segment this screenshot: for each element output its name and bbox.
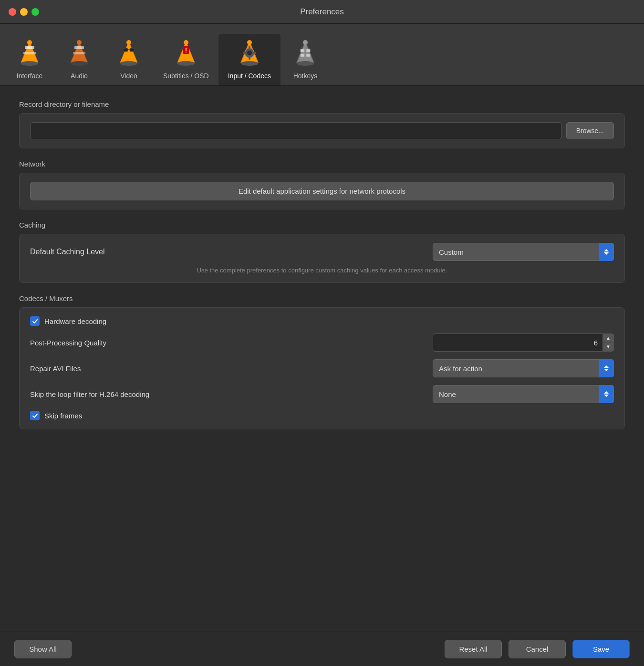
pp-quality-row: Post-Processing Quality ▲ ▼ xyxy=(30,333,614,352)
svg-point-5 xyxy=(27,40,32,45)
caching-select-wrapper: Custom Minimal Low Normal High Highest xyxy=(433,243,614,261)
default-caching-level-label: Default Caching Level xyxy=(30,248,105,256)
skip-frames-checkbox[interactable] xyxy=(30,411,40,420)
maximize-button[interactable] xyxy=(31,8,39,16)
save-button[interactable]: Save xyxy=(572,640,630,658)
hardware-decoding-checkbox-label[interactable]: Hardware decoding xyxy=(30,316,106,326)
record-directory-input[interactable] xyxy=(30,122,561,139)
repair-avi-select[interactable]: Ask for action Never Always xyxy=(433,359,614,377)
caching-section-label: Caching xyxy=(19,221,625,229)
tab-hotkeys[interactable]: Hotkeys xyxy=(280,34,330,85)
loop-filter-select[interactable]: None Non-ref Bidir Non-key All xyxy=(433,385,614,403)
tab-input-codecs-label: Input / Codecs xyxy=(228,72,271,80)
tab-interface-label: Interface xyxy=(17,72,42,80)
svg-point-10 xyxy=(77,40,82,45)
skip-frames-label: Skip frames xyxy=(44,412,82,420)
tabbar: Interface Audio Video ! xyxy=(0,24,644,86)
tab-interface[interactable]: Interface xyxy=(5,34,54,85)
window-title: Preferences xyxy=(300,7,344,17)
pp-quality-spinner: ▲ ▼ xyxy=(433,333,614,352)
close-button[interactable] xyxy=(9,8,16,16)
reset-all-button[interactable]: Reset All xyxy=(445,640,502,658)
tab-audio-label: Audio xyxy=(71,72,88,80)
svg-rect-13 xyxy=(130,48,135,52)
record-section-box: Browse... xyxy=(19,113,625,148)
skip-frames-checkbox-label[interactable]: Skip frames xyxy=(30,411,82,420)
svg-point-16 xyxy=(126,40,131,45)
skip-frames-row: Skip frames xyxy=(30,411,614,420)
pp-quality-increment[interactable]: ▲ xyxy=(603,334,613,343)
loop-filter-row: Skip the loop filter for H.264 decoding … xyxy=(30,385,614,403)
audio-icon xyxy=(64,38,94,68)
record-section: Record directory or filename Browse... xyxy=(19,100,625,148)
loop-filter-label: Skip the loop filter for H.264 decoding xyxy=(30,390,433,398)
tab-input-codecs[interactable]: Input / Codecs xyxy=(218,34,280,85)
input-codecs-icon xyxy=(234,38,265,68)
svg-point-24 xyxy=(247,51,252,55)
caching-row: Default Caching Level Custom Minimal Low… xyxy=(30,243,614,261)
repair-avi-select-wrapper: Ask for action Never Always xyxy=(433,359,614,377)
tab-audio[interactable]: Audio xyxy=(54,34,104,85)
video-icon xyxy=(114,38,144,68)
svg-rect-26 xyxy=(249,57,250,60)
svg-point-36 xyxy=(297,61,314,66)
tab-hotkeys-label: Hotkeys xyxy=(293,72,318,80)
footer-right: Reset All Cancel Save xyxy=(445,640,630,658)
network-section-box: Edit default application settings for ne… xyxy=(19,173,625,209)
show-all-button[interactable]: Show All xyxy=(14,640,72,658)
caching-section: Caching Default Caching Level Custom Min… xyxy=(19,221,625,283)
loop-filter-select-wrapper: None Non-ref Bidir Non-key All xyxy=(433,385,614,403)
svg-point-4 xyxy=(21,61,38,66)
svg-point-37 xyxy=(303,40,308,45)
caching-hint: Use the complete preferences to configur… xyxy=(30,267,614,274)
codecs-section: Codecs / Muxers Hardware decoding Post-P… xyxy=(19,294,625,429)
svg-rect-32 xyxy=(301,49,304,52)
svg-rect-27 xyxy=(243,52,246,54)
codecs-section-box: Hardware decoding Post-Processing Qualit… xyxy=(19,307,625,429)
pp-quality-buttons: ▲ ▼ xyxy=(603,333,614,352)
svg-rect-33 xyxy=(306,49,310,52)
minimize-button[interactable] xyxy=(20,8,28,16)
hotkeys-icon xyxy=(290,38,321,68)
tab-subtitles[interactable]: ! Subtitles / OSD xyxy=(154,34,218,85)
svg-rect-34 xyxy=(301,54,304,57)
tab-video[interactable]: Video xyxy=(104,34,154,85)
svg-rect-35 xyxy=(306,54,310,57)
interface-icon xyxy=(14,38,45,68)
titlebar: Preferences xyxy=(0,0,644,24)
subtitles-icon: ! xyxy=(171,38,201,68)
record-section-label: Record directory or filename xyxy=(19,100,625,108)
svg-point-9 xyxy=(71,61,88,66)
tab-subtitles-label: Subtitles / OSD xyxy=(163,72,209,80)
pp-quality-label: Post-Processing Quality xyxy=(30,339,433,347)
svg-rect-3 xyxy=(23,52,36,54)
svg-rect-12 xyxy=(123,48,128,52)
svg-rect-28 xyxy=(253,52,256,54)
network-section-label: Network xyxy=(19,160,625,168)
caching-section-box: Default Caching Level Custom Minimal Low… xyxy=(19,234,625,283)
repair-avi-label: Repair AVI Files xyxy=(30,364,433,373)
codecs-section-label: Codecs / Muxers xyxy=(19,294,625,302)
svg-point-30 xyxy=(247,40,252,45)
footer: Show All Reset All Cancel Save xyxy=(0,632,644,666)
hardware-decoding-label: Hardware decoding xyxy=(44,317,106,325)
pp-quality-input[interactable] xyxy=(433,333,603,352)
svg-point-29 xyxy=(241,61,258,66)
svg-rect-2 xyxy=(25,46,34,49)
svg-rect-8 xyxy=(73,52,85,54)
network-settings-button[interactable]: Edit default application settings for ne… xyxy=(30,182,614,200)
pp-quality-decrement[interactable]: ▼ xyxy=(603,343,613,352)
caching-level-select[interactable]: Custom Minimal Low Normal High Highest xyxy=(433,243,614,261)
hardware-decoding-row: Hardware decoding xyxy=(30,316,614,326)
tab-video-label: Video xyxy=(120,72,137,80)
svg-text:!: ! xyxy=(185,47,187,54)
svg-point-15 xyxy=(120,61,137,66)
browse-button[interactable]: Browse... xyxy=(566,122,614,139)
footer-left: Show All xyxy=(14,640,72,658)
checkmark-icon xyxy=(32,318,38,324)
hardware-decoding-checkbox[interactable] xyxy=(30,316,40,326)
record-row: Browse... xyxy=(30,122,614,139)
svg-rect-7 xyxy=(74,46,84,49)
cancel-button[interactable]: Cancel xyxy=(509,640,566,658)
repair-avi-row: Repair AVI Files Ask for action Never Al… xyxy=(30,359,614,377)
